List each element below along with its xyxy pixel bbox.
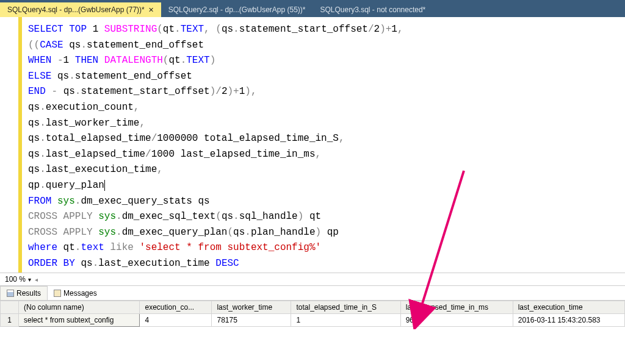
tab-label: SQLQuery3.sql - not connected*	[320, 5, 426, 14]
tab-label: SQLQuery2.sql - dp...(GwbUserApp (55))*	[168, 5, 306, 14]
tab-query3[interactable]: SQLQuery3.sql - not connected*	[313, 2, 433, 17]
grid-cell[interactable]: 4	[140, 314, 212, 327]
column-header[interactable]: last_elapsed_time_in_ms	[400, 301, 513, 314]
results-icon	[7, 290, 14, 297]
code-content[interactable]: SELECT TOP 1 SUBSTRING(qt.TEXT, (qs.stat…	[22, 17, 625, 273]
column-header[interactable]: (No column name)	[19, 301, 140, 314]
tab-label: Messages	[63, 289, 97, 298]
grid-cell[interactable]: 1	[291, 314, 400, 327]
close-icon[interactable]: ✕	[148, 6, 154, 14]
scroll-left-icon[interactable]: ◂	[35, 276, 38, 283]
tab-bar: SQLQuery4.sql - dp...(GwbUserApp (77))* …	[0, 0, 625, 17]
chevron-down-icon: ▾	[28, 276, 31, 283]
tab-label: Results	[16, 289, 41, 298]
messages-icon	[54, 290, 61, 297]
zoom-value: 100 %	[5, 275, 26, 284]
zoom-bar: 100 % ▾ ◂	[0, 273, 625, 286]
tab-query2[interactable]: SQLQuery2.sql - dp...(GwbUserApp (55))*	[161, 2, 313, 17]
results-grid[interactable]: (No column name) execution_co... last_wo…	[0, 301, 625, 327]
grid-cell[interactable]: 78175	[212, 314, 291, 327]
tab-results[interactable]: Results	[0, 286, 48, 300]
column-header[interactable]: execution_co...	[140, 301, 212, 314]
column-header[interactable]: last_worker_time	[212, 301, 291, 314]
row-number[interactable]: 1	[1, 314, 19, 327]
column-header[interactable]: last_execution_time	[513, 301, 624, 314]
tab-query4[interactable]: SQLQuery4.sql - dp...(GwbUserApp (77))* …	[0, 2, 161, 17]
table-row[interactable]: 1 select * from subtext_config 4 78175 1…	[1, 314, 625, 327]
grid-corner	[1, 301, 19, 314]
code-editor[interactable]: SELECT TOP 1 SUBSTRING(qt.TEXT, (qs.stat…	[0, 17, 625, 273]
column-header[interactable]: total_elapsed_time_in_S	[291, 301, 400, 314]
tab-messages[interactable]: Messages	[48, 286, 103, 300]
tab-label: SQLQuery4.sql - dp...(GwbUserApp (77))*	[7, 5, 145, 14]
grid-cell[interactable]: 96	[400, 314, 513, 327]
result-tabs: Results Messages	[0, 286, 625, 301]
editor-gutter	[0, 17, 18, 273]
grid-header-row: (No column name) execution_co... last_wo…	[1, 301, 625, 314]
zoom-select[interactable]: 100 % ▾	[5, 275, 31, 284]
grid-cell[interactable]: select * from subtext_config	[19, 314, 140, 327]
grid-cell[interactable]: 2016-03-11 15:43:20.583	[513, 314, 624, 327]
